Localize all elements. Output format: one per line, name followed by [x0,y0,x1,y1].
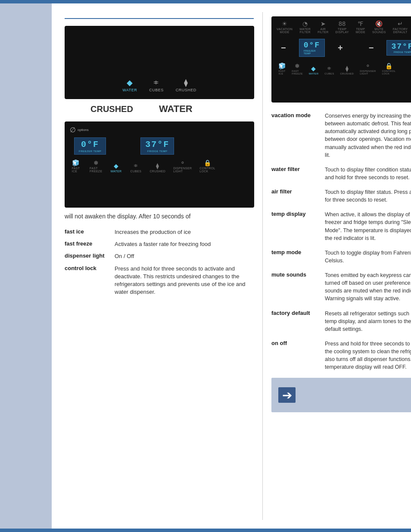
control-lock-icon: 🔒 [204,160,211,166]
rp-fridge-temp-label: FRIDGE TEMP [394,51,411,53]
rp-water-filter-label: waterfilter [299,28,311,34]
rp-fridge-temp-value: 37°F [391,42,411,51]
desc-row-temp-mode: temp mode Touch to toggle display from F… [271,246,411,268]
fast-freeze-icon: ❅ [93,160,99,166]
will-not-text: will not awaken the display. After 10 se… [65,213,254,220]
right-panel-image: ☀ vacationmode ◔ waterfilter ➤ airfilter… [271,16,411,103]
water-filter-icon: ◔ [302,21,308,27]
cp2-crushed-label: CRUSHED [149,170,165,173]
cp2-cubes-icon: ⧧ [133,163,139,169]
rp-temp-mode-label: tempmode [356,28,365,34]
fast-ice-icon: 🧊 [72,160,79,166]
feature-name-fast-ice: fast ice [65,228,108,235]
desc-def-on-off: Press and hold for three seconds to turn… [325,340,411,371]
freezer-temp-label: FREEZER TEMP [79,150,101,152]
cp2-water-label: WATER [110,170,121,173]
rp-mute-sounds: 🔇 mutesounds [372,21,386,34]
next-arrow-icon: ➔ [278,387,296,403]
cp2-crushed: ⧫ CRUSHED [149,163,165,173]
feature-desc-fast-freeze: Activates a faster rate for freezing foo… [115,240,211,248]
rp-air-filter: ➤ airfilter [318,21,328,34]
fridge-temp-box: 37°F FRIDGE TEMP [140,137,174,155]
desc-term-temp-display: temp display [271,211,319,217]
freezer-plus-button[interactable]: + [338,43,343,53]
rp-fridge-temp-box: 37°F FRIDGE TEMP [386,40,411,56]
temp-mode-icon: ℉ [358,21,363,27]
feature-row-control-lock: control lock Press and hold for three se… [65,265,254,296]
temp-display-icon: 88 [339,21,346,27]
desc-term-air-filter: air filter [271,188,319,195]
rp-freezer-temp-label: FREEZER TEMP [304,50,320,55]
desc-def-temp-mode: Touch to toggle display from Fahrenheit … [325,249,411,264]
rp-air-filter-label: airfilter [318,28,328,34]
dispenser-light-icon: ⚬ [180,160,185,166]
cp2-control-lock-label: controllock [199,167,215,173]
cp2-crushed-icon: ⧫ [156,163,159,169]
rp2-crushed-label: CRUSHED [340,72,354,75]
desc-row-air-filter: air filter Touch to display filter statu… [271,185,411,207]
top-bar [52,0,411,3]
options-label: options [78,128,89,132]
rp2-dispenser-light-label: dispenserlight [360,70,376,75]
right-panel: ☀ vacationmode ◔ waterfilter ➤ airfilter… [263,12,411,520]
rp2-fast-ice-label: fastice [279,70,286,75]
desc-row-on-off: on off Press and hold for three seconds … [271,336,411,375]
content-wrapper: ◆ WATER ⧧ CUBES ⧫ CRUSHED CRUSHED WATE [52,3,411,529]
factory-default-icon: ↵ [398,21,403,27]
rp-bottom-icons: 🧊 fastice ❅ fastfreeze ◆ WATER ⧧ CUBES [277,63,411,75]
rp2-fast-freeze: ❅ fastfreeze [292,63,302,75]
rp-temp-display-label: tempdisplay [336,28,349,34]
rp2-crushed-icon: ⧫ [346,65,349,72]
rp-mute-sounds-label: mutesounds [372,28,386,34]
temp-displays: 0°F FREEZER TEMP 37°F FRIDGE TEMP [70,137,174,155]
bottom-bar [52,529,411,532]
fridge-temp-value: 37°F [145,140,169,149]
cp2-fast-freeze: ❅ fastfreeze [90,160,102,173]
desc-term-mute-sounds: mute sounds [271,271,319,278]
rp-vacation-mode: ☀ vacationmode [277,21,293,34]
rp-temp-row: − 0°F FREEZER TEMP + − 37°F FRIDGE TEMP … [277,39,411,57]
water-droplet-icon: ◆ [127,79,133,87]
feature-desc-control-lock: Press and hold for three seconds to acti… [115,265,254,296]
desc-row-water-filter: water filter Touch to display filter con… [271,162,411,185]
rp2-control-lock-label: controllock [382,70,395,75]
cp2-water-icon: ◆ [114,163,118,169]
freezer-minus-button[interactable]: − [281,43,286,53]
feature-name-dispenser-light: dispenser light [65,252,108,259]
desc-def-temp-display: When active, it allows the display of th… [325,211,411,242]
feature-desc-fast-ice: Increases the production of ice [115,228,191,236]
rp-top-icons: ☀ vacationmode ◔ waterfilter ➤ airfilter… [277,21,411,34]
desc-def-air-filter: Touch to display filter status. Press an… [325,188,411,204]
options-row: ∅ options [70,126,89,134]
rp2-fast-ice: 🧊 fastice [278,63,286,75]
cp2-fast-freeze-label: fastfreeze [90,167,102,173]
options-symbol-icon: ∅ [70,126,76,134]
cp2-dispenser-light: ⚬ dispenserlight [173,160,192,173]
fridge-temp-label: FRIDGE TEMP [147,150,167,152]
control-panel-image-1: ◆ WATER ⧧ CUBES ⧫ CRUSHED [65,26,254,99]
cp-cubes-label: CUBES [149,88,164,92]
sidebar-left [0,0,52,532]
freezer-temp-box: 0°F FREEZER TEMP [74,137,106,155]
rp-vacation-label: vacationmode [277,28,293,34]
fridge-minus-button[interactable]: − [369,43,374,53]
left-panel: ◆ WATER ⧧ CUBES ⧫ CRUSHED CRUSHED WATE [52,12,263,520]
cp2-icons-row: 🧊 fastice ❅ fastfreeze ◆ WATER ⧧ CUBES [70,160,215,173]
air-filter-icon: ➤ [321,21,326,27]
descriptions-table: vacation mode Conserves energy by increa… [271,109,411,374]
cp2-dispenser-label: dispenserlight [173,167,192,173]
cp-crushed-icon: ⧫ CRUSHED [176,79,196,92]
rp2-dispenser-light: ⚬ dispenserlight [360,63,376,75]
desc-def-vacation-mode: Conserves energy by increasing the time … [325,112,411,159]
feature-name-control-lock: control lock [65,265,108,271]
cp-icons-row: ◆ WATER ⧧ CUBES ⧫ CRUSHED [122,79,196,92]
rp2-fast-ice-icon: 🧊 [278,63,286,69]
desc-term-on-off: on off [271,340,319,346]
rp2-water: ◆ WATER [309,65,319,75]
sidebar-top-bar [0,0,52,3]
sun-icon: ☀ [282,21,287,27]
desc-def-mute-sounds: Tones emitted by each keypress can be tu… [325,271,411,303]
arrow-box: ➔ [271,378,411,412]
cp2-fast-ice-label: fastice [72,167,80,173]
rp-factory-default-label: factorydefault [393,28,408,34]
